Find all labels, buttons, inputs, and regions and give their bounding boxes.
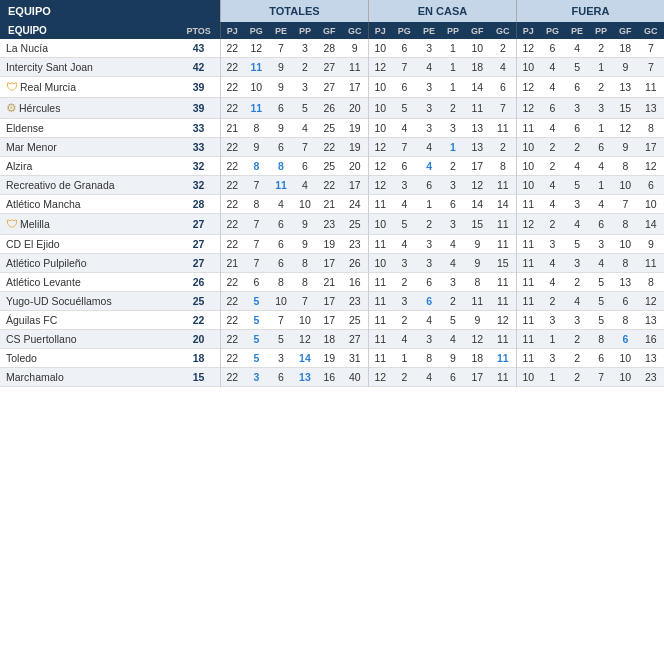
fuera-col1: 2 — [540, 214, 565, 235]
tot-col4: 27 — [317, 58, 342, 77]
fuera-col1: 2 — [540, 157, 565, 176]
tot-col5: 26 — [342, 254, 369, 273]
tot-col5: 19 — [342, 119, 369, 138]
table-row: 🛡Real Murcia3922109327171063114612462131… — [0, 77, 664, 98]
casa-col5: 11 — [490, 273, 517, 292]
tot-col5: 31 — [342, 349, 369, 368]
tot-col4: 27 — [317, 77, 342, 98]
fuera-col3: 6 — [589, 138, 613, 157]
fuera-col5: 23 — [638, 368, 664, 387]
casa-col5: 14 — [490, 195, 517, 214]
fuera-col0: 11 — [517, 311, 540, 330]
tot-col4: 18 — [317, 330, 342, 349]
tot-col3: 5 — [293, 98, 317, 119]
casa-col5: 4 — [490, 58, 517, 77]
casa-col0: 12 — [368, 176, 391, 195]
casa-col4: 10 — [465, 39, 490, 58]
fuera-col1: 4 — [540, 119, 565, 138]
ptos-value: 42 — [177, 58, 220, 77]
tot-col3: 12 — [293, 330, 317, 349]
tot-col3: 8 — [293, 273, 317, 292]
casa-col5: 12 — [490, 311, 517, 330]
tot-col2: 6 — [269, 368, 293, 387]
team-name: La Nucía — [0, 39, 177, 58]
fuera-col2: 4 — [565, 292, 589, 311]
table-row: Águilas FC2222571017251124591211335813 — [0, 311, 664, 330]
table-row: CS Puertollano20225512182711434121111128… — [0, 330, 664, 349]
tot-col2: 6 — [269, 214, 293, 235]
fuera-col4: 8 — [613, 157, 638, 176]
ptos-value: 27 — [177, 235, 220, 254]
fuera-col0: 11 — [517, 254, 540, 273]
fuera-col2: 6 — [565, 119, 589, 138]
tot-col1: 9 — [244, 138, 269, 157]
tot-col3: 4 — [293, 176, 317, 195]
tot-col0: 22 — [220, 273, 243, 292]
casa-col4: 18 — [465, 58, 490, 77]
casa-col3: 1 — [441, 39, 465, 58]
tot-col5: 17 — [342, 176, 369, 195]
fuera-col2: 2 — [565, 330, 589, 349]
fuera-col1: 4 — [540, 58, 565, 77]
tot-col1: 5 — [244, 349, 269, 368]
fuera-col4: 6 — [613, 330, 638, 349]
tot-col5: 25 — [342, 214, 369, 235]
fuera-col0: 11 — [517, 292, 540, 311]
ptos-value: 22 — [177, 311, 220, 330]
tot-col5: 24 — [342, 195, 369, 214]
table-row: Mar Menor332296722191274113210226917 — [0, 138, 664, 157]
fuera-col2: 5 — [565, 58, 589, 77]
casa-col3: 6 — [441, 368, 465, 387]
tot-col1: 7 — [244, 254, 269, 273]
casa-gf-header: GF — [465, 22, 490, 39]
casa-col0: 12 — [368, 157, 391, 176]
casa-col1: 5 — [392, 98, 417, 119]
fuera-col4: 10 — [613, 176, 638, 195]
tot-col4: 26 — [317, 98, 342, 119]
casa-col2: 3 — [417, 235, 441, 254]
ptos-value: 32 — [177, 176, 220, 195]
table-row: Yugo-UD Socuéllamos252251071723113621111… — [0, 292, 664, 311]
fuera-col1: 3 — [540, 311, 565, 330]
fuera-col1: 2 — [540, 292, 565, 311]
tot-col5: 23 — [342, 235, 369, 254]
casa-col1: 6 — [392, 77, 417, 98]
fuera-col5: 7 — [638, 39, 664, 58]
tot-col4: 22 — [317, 176, 342, 195]
fuera-col2: 2 — [565, 368, 589, 387]
ptos-value: 20 — [177, 330, 220, 349]
tot-col4: 17 — [317, 254, 342, 273]
casa-col3: 3 — [441, 214, 465, 235]
tot-col3: 9 — [293, 235, 317, 254]
fuera-col5: 9 — [638, 235, 664, 254]
casa-col0: 12 — [368, 368, 391, 387]
table-row: Atlético Levante262268821161126381111425… — [0, 273, 664, 292]
casa-col2: 8 — [417, 349, 441, 368]
tot-col5: 19 — [342, 138, 369, 157]
tot-col3: 7 — [293, 138, 317, 157]
tot-col0: 22 — [220, 330, 243, 349]
fuera-col4: 12 — [613, 119, 638, 138]
fuera-col4: 10 — [613, 235, 638, 254]
casa-col2: 3 — [417, 119, 441, 138]
tot-col4: 25 — [317, 157, 342, 176]
casa-col1: 2 — [392, 311, 417, 330]
fuera-col5: 11 — [638, 77, 664, 98]
fuera-col3: 5 — [589, 273, 613, 292]
tot-col3: 14 — [293, 349, 317, 368]
casa-col3: 3 — [441, 119, 465, 138]
team-name: CD El Ejido — [0, 235, 177, 254]
tot-col3: 7 — [293, 292, 317, 311]
tot-col3: 3 — [293, 77, 317, 98]
fuera-col1: 1 — [540, 330, 565, 349]
casa-col0: 12 — [368, 138, 391, 157]
fuera-col4: 6 — [613, 292, 638, 311]
team-name: Atlético Pulpileño — [0, 254, 177, 273]
fuera-pg-header: PG — [540, 22, 565, 39]
casa-col3: 2 — [441, 292, 465, 311]
fuera-col3: 8 — [589, 330, 613, 349]
tot-col0: 22 — [220, 195, 243, 214]
tot-col2: 5 — [269, 330, 293, 349]
fuera-col2: 5 — [565, 176, 589, 195]
fuera-col2: 3 — [565, 254, 589, 273]
